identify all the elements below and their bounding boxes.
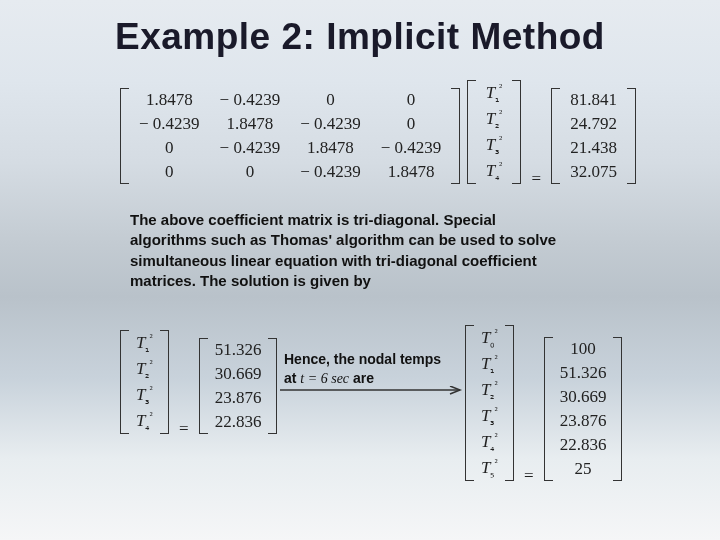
vector-b3: 10051.32630.66923.87622.83625	[544, 337, 623, 481]
temperature-variable: T₃²	[476, 132, 513, 158]
explanatory-paragraph: The above coefficient matrix is tri-diag…	[130, 210, 570, 291]
matrix-cell: − 0.4239	[290, 160, 371, 184]
temperature-variable: T₀²	[474, 325, 505, 351]
matrix-cell: 0	[290, 88, 371, 112]
matrix-cell: 0	[371, 88, 452, 112]
temperature-variable: T₂²	[129, 356, 160, 382]
temperature-variable: T₅²	[474, 455, 505, 481]
nodal-text-suffix: are	[349, 370, 374, 386]
matrix-cell: − 0.4239	[371, 136, 452, 160]
matrix-cell: 24.792	[560, 112, 627, 136]
temperature-variable: T₂²	[474, 377, 505, 403]
vector-b2: 51.32630.66923.87622.836	[199, 338, 278, 434]
matrix-cell: 22.836	[208, 410, 269, 434]
t-equals-6sec: t = 6 sec	[300, 371, 349, 386]
vector-x2: T₁²T₂²T₃²T₄²	[120, 330, 169, 434]
matrix-cell: 0	[129, 136, 210, 160]
matrix-cell: 100	[553, 337, 614, 361]
matrix-cell: 51.326	[553, 361, 614, 385]
slide-title: Example 2: Implicit Method	[0, 16, 720, 58]
temperature-variable: T₁²	[476, 80, 513, 106]
matrix-A: 1.8478− 0.423900− 0.42391.8478− 0.423900…	[120, 88, 460, 184]
vector-b1: 81.84124.79221.43832.075	[551, 88, 636, 184]
matrix-cell: 22.836	[553, 433, 614, 457]
temperature-variable: T₂²	[476, 106, 513, 132]
temperature-variable: T₃²	[474, 403, 505, 429]
matrix-cell: − 0.4239	[129, 112, 210, 136]
matrix-cell: − 0.4239	[210, 88, 291, 112]
solution-vector-equation: T₁²T₂²T₃²T₄² = 51.32630.66923.87622.836	[120, 330, 277, 439]
matrix-cell: 23.876	[208, 386, 269, 410]
arrow-icon	[280, 386, 470, 406]
matrix-cell: 0	[371, 112, 452, 136]
temperature-variable: T₄²	[129, 408, 160, 434]
matrix-cell: − 0.4239	[210, 136, 291, 160]
matrix-cell: 30.669	[553, 385, 614, 409]
matrix-cell: 21.438	[560, 136, 627, 160]
matrix-cell: − 0.4239	[290, 112, 371, 136]
matrix-cell: 30.669	[208, 362, 269, 386]
matrix-cell: 23.876	[553, 409, 614, 433]
matrix-cell: 51.326	[208, 338, 269, 362]
matrix-cell: 32.075	[560, 160, 627, 184]
coefficient-matrix-equation: 1.8478− 0.423900− 0.42391.8478− 0.423900…	[120, 80, 636, 189]
vector-x3: T₀²T₁²T₂²T₃²T₄²T₅²	[465, 325, 514, 481]
equals-sign: =	[526, 169, 548, 188]
full-nodal-temps-equation: T₀²T₁²T₂²T₃²T₄²T₅² = 10051.32630.66923.8…	[465, 325, 622, 486]
matrix-cell: 1.8478	[290, 136, 371, 160]
temperature-variable: T₄²	[474, 429, 505, 455]
matrix-cell: 1.8478	[371, 160, 452, 184]
matrix-cell: 25	[553, 457, 614, 481]
temperature-variable: T₄²	[476, 158, 513, 184]
matrix-cell: 81.841	[560, 88, 627, 112]
equals-sign: =	[173, 419, 195, 438]
matrix-cell: 1.8478	[129, 88, 210, 112]
temperature-variable: T₃²	[129, 382, 160, 408]
matrix-cell: 1.8478	[210, 112, 291, 136]
temperature-variable: T₁²	[474, 351, 505, 377]
vector-x1: T₁²T₂²T₃²T₄²	[467, 80, 522, 184]
equals-sign: =	[518, 466, 540, 485]
matrix-cell: 0	[129, 160, 210, 184]
temperature-variable: T₁²	[129, 330, 160, 356]
matrix-cell: 0	[210, 160, 291, 184]
nodal-temps-text: Hence, the nodal temps at t = 6 sec are	[284, 350, 454, 389]
